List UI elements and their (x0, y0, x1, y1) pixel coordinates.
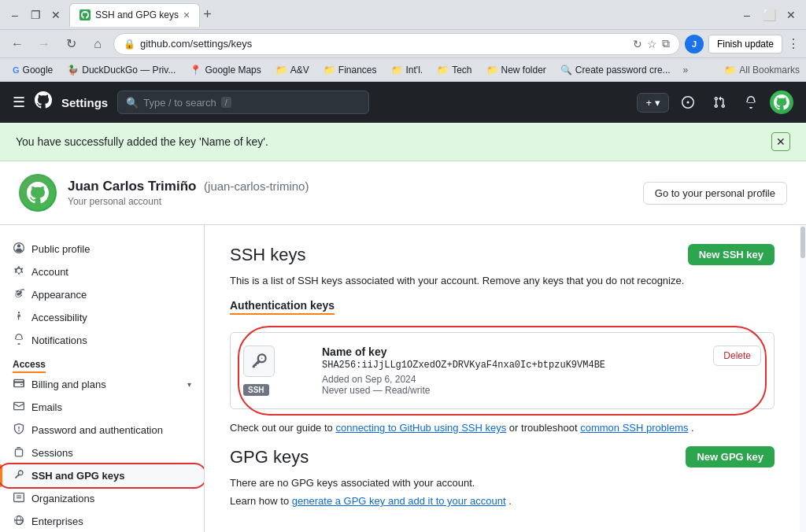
ssh-section-header: SSH keys New SSH key (230, 244, 775, 265)
github-logo[interactable] (35, 91, 52, 113)
search-placeholder: Type / to search (143, 97, 216, 109)
table-icon (13, 492, 25, 505)
scrollbar[interactable] (800, 225, 806, 532)
accessibility-icon (13, 311, 25, 324)
sidebar-item-ssh-gpg[interactable]: SSH and GPG keys (0, 464, 204, 487)
sidebar-item-appearance[interactable]: Appearance (0, 283, 204, 306)
sidebar-label: Password and authentication (31, 424, 163, 436)
search-icon: 🔍 (126, 97, 139, 109)
sidebar-item-sessions[interactable]: Sessions (0, 441, 204, 464)
new-tab-button[interactable]: + (203, 6, 212, 23)
bookmark-create-password[interactable]: 🔍 Create password cre... (554, 62, 677, 78)
scrollbar-thumb[interactable] (800, 227, 805, 258)
refresh-addr-icon[interactable]: ↻ (633, 38, 642, 50)
folder-icon: 📁 (724, 65, 736, 76)
inbox-icon-button[interactable] (738, 90, 763, 115)
key-added-date: Added on Sep 6, 2024 (322, 374, 702, 385)
sidebar-label: Appearance (31, 289, 87, 301)
bookmark-duckduckgo[interactable]: 🦆 DuckDuckGo — Priv... (61, 62, 182, 78)
url-text: github.com/settings/keys (140, 38, 628, 50)
key-card-wrapper: SSH Name of key SHA256:iiJjLLg1OZxedOZ+D… (230, 332, 775, 409)
banner-close-button[interactable]: ✕ (771, 132, 790, 151)
search-bookmark-icon: 🔍 (560, 65, 572, 76)
sidebar-item-emails[interactable]: Emails (0, 396, 204, 419)
bookmark-label: DuckDuckGo — Priv... (82, 65, 176, 76)
home-button[interactable]: ⌂ (87, 33, 109, 55)
gpg-learn-link[interactable]: generate a GPG key and add it to your ac… (292, 495, 506, 507)
profile-button[interactable]: J (685, 35, 704, 54)
bookmark-label: New folder (501, 65, 546, 76)
win-minimize[interactable]: – (738, 6, 756, 24)
shield-icon (13, 423, 25, 437)
new-gpg-key-button[interactable]: New GPG key (686, 446, 775, 467)
maximize-button[interactable]: ❐ (27, 6, 44, 24)
ssh-description: This is a list of SSH keys associated wi… (230, 275, 775, 286)
ssh-guide-link[interactable]: connecting to GitHub using SSH keys (335, 422, 506, 434)
sidebar: Public profile Account Appearance Access… (0, 225, 205, 532)
win-close[interactable]: ✕ (782, 6, 800, 24)
sidebar-label: Organizations (31, 493, 94, 504)
main-layout: Public profile Account Appearance Access… (0, 225, 806, 532)
back-button[interactable]: ← (6, 33, 28, 55)
main-content: SSH keys New SSH key This is a list of S… (205, 225, 800, 532)
address-bar-row: ← → ↻ ⌂ 🔒 github.com/settings/keys ↻ ☆ ⧉… (0, 30, 806, 58)
bookmark-label: Int'l. (406, 65, 423, 76)
sidebar-label: Enterprises (31, 515, 83, 527)
ssh-problems-link[interactable]: common SSH problems (580, 422, 688, 434)
profile-username: (juan-carlos-trimino) (204, 179, 309, 193)
active-tab[interactable]: SSH and GPG keys × (69, 3, 200, 27)
bookmarks-overflow-button[interactable]: » (678, 62, 693, 78)
close-button[interactable]: ✕ (47, 6, 65, 24)
settings-title: Settings (61, 96, 108, 109)
sidebar-item-organizations[interactable]: Organizations (0, 487, 204, 510)
folder-icon: 📁 (391, 65, 403, 76)
extension-icon[interactable]: ⧉ (662, 37, 670, 50)
sidebar-item-billing[interactable]: Billing and plans ▾ (0, 373, 204, 396)
google-icon: G (13, 65, 20, 75)
minimize-button[interactable]: – (6, 6, 24, 24)
bookmark-intl[interactable]: 📁 Int'l. (385, 62, 430, 78)
sidebar-item-public-profile[interactable]: Public profile (0, 238, 204, 260)
bookmarks-bar: G Google 🦆 DuckDuckGo — Priv... 📍 Google… (0, 58, 806, 82)
address-bar[interactable]: 🔒 github.com/settings/keys ↻ ☆ ⧉ (113, 33, 680, 55)
pull-requests-icon-button[interactable] (707, 90, 732, 115)
forward-button[interactable]: → (33, 33, 55, 55)
bookmark-label: A&V (290, 65, 309, 76)
bookmark-new-folder[interactable]: 📁 New folder (480, 62, 553, 78)
browser-more-button[interactable]: ⋮ (787, 36, 800, 51)
refresh-button[interactable]: ↻ (60, 33, 82, 55)
sidebar-label: Notifications (31, 334, 87, 346)
go-to-profile-button[interactable]: Go to your personal profile (643, 182, 787, 205)
issues-icon-button[interactable] (675, 90, 701, 115)
new-ssh-key-button[interactable]: New SSH key (688, 244, 775, 265)
tab-bar: SSH and GPG keys × + (69, 3, 734, 27)
sidebar-label: Accessibility (31, 312, 87, 323)
bookmark-google[interactable]: G Google (6, 62, 59, 78)
bookmark-tech[interactable]: 📁 Tech (431, 62, 478, 78)
sidebar-label: Public profile (31, 243, 90, 255)
bookmark-finances[interactable]: 📁 Finances (317, 62, 383, 78)
key-icon (13, 469, 25, 482)
sidebar-item-enterprises[interactable]: Enterprises (0, 510, 204, 532)
search-bar[interactable]: 🔍 Type / to search / (117, 91, 369, 114)
tab-close-button[interactable]: × (183, 9, 190, 20)
user-avatar[interactable] (770, 91, 793, 114)
bookmark-maps[interactable]: 📍 Google Maps (183, 62, 267, 78)
tab-favicon (79, 9, 91, 20)
delete-key-button[interactable]: Delete (713, 345, 761, 366)
window-controls: – ❐ ✕ (6, 6, 65, 24)
bookmark-av[interactable]: 📁 A&V (269, 62, 316, 78)
bookmarks-right[interactable]: 📁 All Bookmarks (724, 65, 800, 76)
sidebar-item-password[interactable]: Password and authentication (0, 419, 204, 441)
win-maximize[interactable]: ⬜ (760, 6, 778, 24)
ssh-key-card: SSH Name of key SHA256:iiJjLLg1OZxedOZ+D… (230, 332, 775, 409)
new-item-button[interactable]: + ▾ (637, 93, 669, 113)
address-bar-icons: ↻ ☆ ⧉ (633, 37, 670, 50)
sidebar-item-account[interactable]: Account (0, 260, 204, 283)
sidebar-item-accessibility[interactable]: Accessibility (0, 306, 204, 329)
bookmark-label: Google (23, 65, 54, 76)
sidebar-item-notifications[interactable]: Notifications (0, 329, 204, 352)
finish-update-button[interactable]: Finish update (708, 35, 782, 54)
hamburger-menu-button[interactable]: ☰ (13, 94, 25, 111)
bookmark-star-icon[interactable]: ☆ (647, 38, 657, 50)
